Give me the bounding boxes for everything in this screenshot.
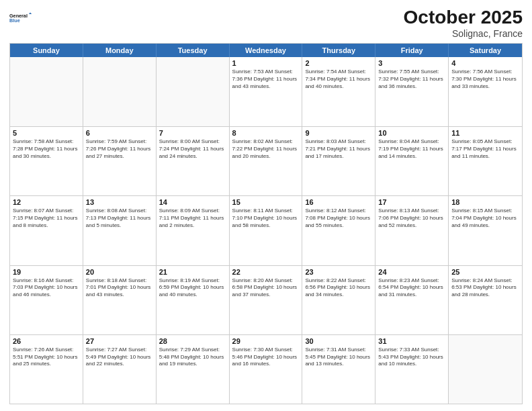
header-day-friday: Friday bbox=[375, 44, 449, 57]
calendar: SundayMondayTuesdayWednesdayThursdayFrid… bbox=[9, 43, 523, 404]
day-cell-28: 28Sunrise: 7:29 AM Sunset: 5:48 PM Dayli… bbox=[157, 335, 230, 404]
day-cell-4: 4Sunrise: 7:56 AM Sunset: 7:30 PM Daylig… bbox=[449, 57, 522, 126]
title-block: October 2025 Solignac, France bbox=[404, 7, 523, 39]
day-number-21: 21 bbox=[159, 268, 226, 276]
day-info-19: Sunrise: 8:16 AM Sunset: 7:03 PM Dayligh… bbox=[13, 277, 80, 299]
day-number-26: 26 bbox=[13, 337, 80, 345]
empty-cell-0-0 bbox=[10, 57, 83, 126]
day-info-30: Sunrise: 7:31 AM Sunset: 5:45 PM Dayligh… bbox=[305, 347, 372, 368]
location: Solignac, France bbox=[404, 28, 523, 39]
day-number-15: 15 bbox=[232, 198, 300, 206]
day-cell-29: 29Sunrise: 7:30 AM Sunset: 5:46 PM Dayli… bbox=[230, 335, 303, 404]
empty-cell-0-2 bbox=[157, 57, 230, 126]
week-row-1: 1Sunrise: 7:53 AM Sunset: 7:36 PM Daylig… bbox=[10, 57, 522, 126]
day-cell-20: 20Sunrise: 8:18 AM Sunset: 7:01 PM Dayli… bbox=[83, 266, 157, 334]
day-cell-26: 26Sunrise: 7:26 AM Sunset: 5:51 PM Dayli… bbox=[10, 335, 83, 404]
day-cell-10: 10Sunrise: 8:04 AM Sunset: 7:19 PM Dayli… bbox=[375, 127, 449, 195]
day-info-3: Sunrise: 7:55 AM Sunset: 7:32 PM Dayligh… bbox=[378, 68, 445, 90]
week-row-4: 19Sunrise: 8:16 AM Sunset: 7:03 PM Dayli… bbox=[10, 265, 522, 334]
day-cell-5: 5Sunrise: 7:58 AM Sunset: 7:28 PM Daylig… bbox=[10, 127, 83, 195]
day-cell-22: 22Sunrise: 8:20 AM Sunset: 6:58 PM Dayli… bbox=[230, 266, 303, 334]
day-cell-6: 6Sunrise: 7:59 AM Sunset: 7:26 PM Daylig… bbox=[83, 127, 157, 195]
day-info-28: Sunrise: 7:29 AM Sunset: 5:48 PM Dayligh… bbox=[159, 347, 226, 368]
header-day-tuesday: Tuesday bbox=[157, 44, 230, 57]
day-number-11: 11 bbox=[451, 129, 519, 137]
day-number-28: 28 bbox=[159, 337, 226, 345]
day-number-24: 24 bbox=[378, 268, 445, 276]
day-cell-3: 3Sunrise: 7:55 AM Sunset: 7:32 PM Daylig… bbox=[375, 57, 449, 126]
header: General Blue October 2025 Solignac, Fran… bbox=[9, 7, 523, 39]
day-cell-17: 17Sunrise: 8:13 AM Sunset: 7:06 PM Dayli… bbox=[375, 196, 449, 265]
day-cell-12: 12Sunrise: 8:07 AM Sunset: 7:15 PM Dayli… bbox=[10, 196, 83, 265]
day-info-6: Sunrise: 7:59 AM Sunset: 7:26 PM Dayligh… bbox=[86, 138, 153, 160]
day-cell-14: 14Sunrise: 8:09 AM Sunset: 7:11 PM Dayli… bbox=[157, 196, 230, 265]
day-number-29: 29 bbox=[232, 337, 300, 345]
header-day-saturday: Saturday bbox=[449, 44, 522, 57]
day-cell-13: 13Sunrise: 8:08 AM Sunset: 7:13 PM Dayli… bbox=[83, 196, 157, 265]
day-number-9: 9 bbox=[305, 129, 372, 137]
day-info-11: Sunrise: 8:05 AM Sunset: 7:17 PM Dayligh… bbox=[451, 138, 519, 160]
day-info-16: Sunrise: 8:12 AM Sunset: 7:08 PM Dayligh… bbox=[305, 208, 372, 229]
day-number-10: 10 bbox=[378, 129, 445, 137]
header-day-wednesday: Wednesday bbox=[230, 44, 303, 57]
day-number-22: 22 bbox=[232, 268, 300, 276]
day-info-15: Sunrise: 8:11 AM Sunset: 7:10 PM Dayligh… bbox=[232, 208, 300, 229]
day-info-12: Sunrise: 8:07 AM Sunset: 7:15 PM Dayligh… bbox=[13, 208, 80, 229]
day-cell-24: 24Sunrise: 8:23 AM Sunset: 6:54 PM Dayli… bbox=[375, 266, 449, 334]
empty-cell-0-1 bbox=[83, 57, 157, 126]
day-info-21: Sunrise: 8:19 AM Sunset: 6:59 PM Dayligh… bbox=[159, 277, 226, 299]
logo: General Blue bbox=[9, 7, 32, 30]
header-day-monday: Monday bbox=[83, 44, 157, 57]
day-info-10: Sunrise: 8:04 AM Sunset: 7:19 PM Dayligh… bbox=[378, 138, 445, 160]
day-cell-18: 18Sunrise: 8:15 AM Sunset: 7:04 PM Dayli… bbox=[449, 196, 522, 265]
svg-text:Blue: Blue bbox=[9, 17, 20, 24]
empty-cell-4-6 bbox=[449, 335, 522, 404]
day-number-25: 25 bbox=[451, 268, 519, 276]
day-number-14: 14 bbox=[159, 198, 226, 206]
day-cell-11: 11Sunrise: 8:05 AM Sunset: 7:17 PM Dayli… bbox=[449, 127, 522, 195]
day-info-2: Sunrise: 7:54 AM Sunset: 7:34 PM Dayligh… bbox=[305, 68, 372, 90]
day-info-29: Sunrise: 7:30 AM Sunset: 5:46 PM Dayligh… bbox=[232, 347, 300, 368]
day-info-5: Sunrise: 7:58 AM Sunset: 7:28 PM Dayligh… bbox=[13, 138, 80, 160]
day-info-14: Sunrise: 8:09 AM Sunset: 7:11 PM Dayligh… bbox=[159, 208, 226, 229]
day-number-1: 1 bbox=[232, 59, 300, 67]
day-number-13: 13 bbox=[86, 198, 153, 206]
calendar-header: SundayMondayTuesdayWednesdayThursdayFrid… bbox=[10, 44, 522, 57]
day-info-23: Sunrise: 8:22 AM Sunset: 6:56 PM Dayligh… bbox=[305, 277, 372, 299]
day-cell-8: 8Sunrise: 8:02 AM Sunset: 7:22 PM Daylig… bbox=[230, 127, 303, 195]
day-cell-1: 1Sunrise: 7:53 AM Sunset: 7:36 PM Daylig… bbox=[230, 57, 303, 126]
day-cell-31: 31Sunrise: 7:33 AM Sunset: 5:43 PM Dayli… bbox=[375, 335, 449, 404]
day-info-1: Sunrise: 7:53 AM Sunset: 7:36 PM Dayligh… bbox=[232, 68, 300, 90]
day-info-25: Sunrise: 8:24 AM Sunset: 6:53 PM Dayligh… bbox=[451, 277, 519, 299]
month-title: October 2025 bbox=[404, 7, 523, 28]
day-cell-16: 16Sunrise: 8:12 AM Sunset: 7:08 PM Dayli… bbox=[302, 196, 375, 265]
day-number-8: 8 bbox=[232, 129, 300, 137]
week-row-5: 26Sunrise: 7:26 AM Sunset: 5:51 PM Dayli… bbox=[10, 334, 522, 404]
day-info-7: Sunrise: 8:00 AM Sunset: 7:24 PM Dayligh… bbox=[159, 138, 226, 160]
day-number-27: 27 bbox=[86, 337, 153, 345]
day-number-30: 30 bbox=[305, 337, 372, 345]
day-cell-15: 15Sunrise: 8:11 AM Sunset: 7:10 PM Dayli… bbox=[230, 196, 303, 265]
day-number-2: 2 bbox=[305, 59, 372, 67]
week-row-3: 12Sunrise: 8:07 AM Sunset: 7:15 PM Dayli… bbox=[10, 195, 522, 265]
day-info-17: Sunrise: 8:13 AM Sunset: 7:06 PM Dayligh… bbox=[378, 208, 445, 229]
day-number-4: 4 bbox=[451, 59, 519, 67]
calendar-body: 1Sunrise: 7:53 AM Sunset: 7:36 PM Daylig… bbox=[10, 57, 522, 404]
day-cell-7: 7Sunrise: 8:00 AM Sunset: 7:24 PM Daylig… bbox=[157, 127, 230, 195]
day-number-17: 17 bbox=[378, 198, 445, 206]
day-number-12: 12 bbox=[13, 198, 80, 206]
day-cell-30: 30Sunrise: 7:31 AM Sunset: 5:45 PM Dayli… bbox=[302, 335, 375, 404]
day-number-18: 18 bbox=[451, 198, 519, 206]
day-info-9: Sunrise: 8:03 AM Sunset: 7:21 PM Dayligh… bbox=[305, 138, 372, 160]
day-info-8: Sunrise: 8:02 AM Sunset: 7:22 PM Dayligh… bbox=[232, 138, 300, 160]
day-number-6: 6 bbox=[86, 129, 153, 137]
day-number-5: 5 bbox=[13, 129, 80, 137]
header-day-sunday: Sunday bbox=[10, 44, 83, 57]
page: General Blue October 2025 Solignac, Fran… bbox=[0, 0, 532, 411]
day-info-31: Sunrise: 7:33 AM Sunset: 5:43 PM Dayligh… bbox=[378, 347, 445, 368]
day-cell-19: 19Sunrise: 8:16 AM Sunset: 7:03 PM Dayli… bbox=[10, 266, 83, 334]
logo-svg: General Blue bbox=[9, 7, 32, 30]
day-number-31: 31 bbox=[378, 337, 445, 345]
day-number-7: 7 bbox=[159, 129, 226, 137]
day-number-20: 20 bbox=[86, 268, 153, 276]
